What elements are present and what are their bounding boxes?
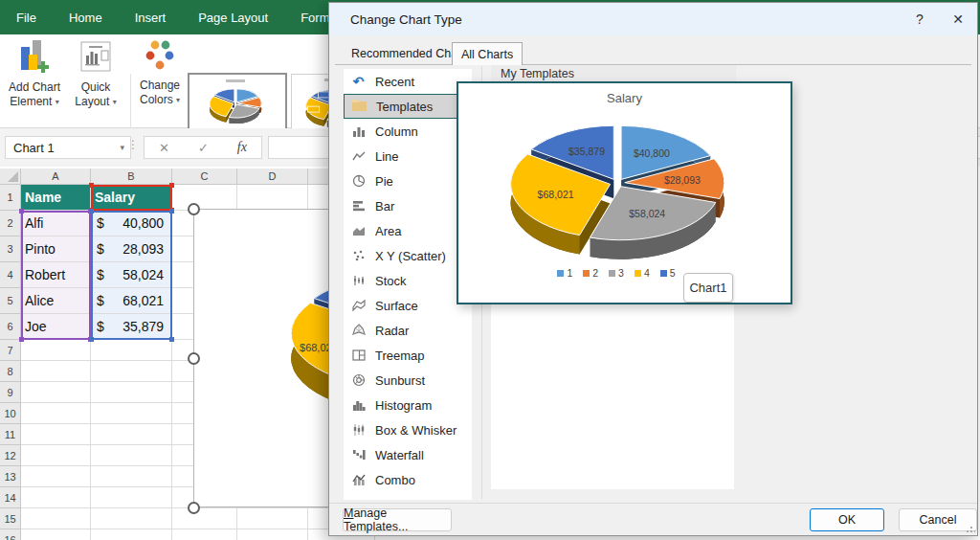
cell-name[interactable]: Alice (21, 288, 91, 314)
column-header-D[interactable]: D (237, 169, 308, 185)
chart-type-surface[interactable]: Surface (344, 293, 470, 318)
cell-name[interactable]: Joe (21, 314, 91, 340)
name-box[interactable]: Chart 1 ▾ (5, 136, 131, 159)
cell-salary[interactable]: $35,879 (91, 314, 172, 340)
cell[interactable] (21, 382, 91, 403)
cancel-entry-icon[interactable]: ✕ (159, 141, 169, 155)
chart-type-pie[interactable]: Pie (344, 169, 470, 193)
row-header-1[interactable]: 1 (0, 185, 21, 211)
cell[interactable] (91, 340, 172, 361)
cell[interactable] (91, 508, 172, 529)
ok-button[interactable]: OK (810, 508, 884, 531)
chart-type-waterfall[interactable]: Waterfall (344, 442, 470, 467)
column-header-A[interactable]: A (21, 169, 91, 185)
cell[interactable] (91, 403, 172, 424)
cell-name[interactable]: Robert (21, 262, 91, 288)
chart-type-sunburst[interactable]: Sunburst (344, 368, 470, 393)
cell[interactable] (91, 445, 172, 466)
row-header-2[interactable]: 2 (0, 211, 21, 236)
chart-type-stock[interactable]: Stock (344, 268, 470, 293)
cell[interactable] (237, 508, 308, 529)
quick-layout-button[interactable]: Quick Layout ▾ (65, 38, 126, 109)
resize-grip[interactable] (966, 524, 975, 533)
chart-type-bar[interactable]: Bar (344, 193, 470, 218)
row-header-10[interactable]: 10 (0, 403, 21, 424)
chart-type-label: X Y (Scatter) (375, 249, 446, 263)
cell[interactable] (91, 361, 172, 382)
add-chart-element-button[interactable]: Add Chart Element ▾ (4, 38, 65, 109)
cell-salary[interactable]: $28,093 (91, 236, 172, 262)
cell[interactable] (237, 529, 308, 540)
cell[interactable] (21, 424, 91, 445)
chart-type-radar[interactable]: Radar (344, 318, 470, 343)
chart-type-templates[interactable]: Templates (344, 94, 471, 119)
row-header-5[interactable]: 5 (0, 288, 21, 314)
chart-type-area[interactable]: Area (344, 218, 470, 243)
ribbon-tab-home[interactable]: Home (53, 0, 119, 34)
close-icon[interactable]: ✕ (939, 3, 977, 35)
cell[interactable] (21, 529, 91, 540)
manage-templates-button[interactable]: Manage Templates... (343, 508, 452, 531)
chart-type-line[interactable]: Line (344, 144, 470, 169)
cell[interactable] (91, 466, 172, 487)
chart-resize-handle[interactable] (188, 352, 200, 365)
pie-icon (350, 174, 367, 189)
cell[interactable] (172, 185, 237, 211)
cell[interactable] (21, 487, 91, 508)
row-header-6[interactable]: 6 (0, 314, 21, 340)
row-header-3[interactable]: 3 (0, 236, 21, 262)
row-header-9[interactable]: 9 (0, 382, 21, 403)
ribbon-tab-file[interactable]: File (0, 0, 53, 34)
row-header-12[interactable]: 12 (0, 445, 21, 466)
chart-type-combo[interactable]: Combo (344, 467, 470, 492)
cell[interactable] (91, 529, 172, 540)
chart-type-treemap[interactable]: Treemap (344, 343, 470, 368)
cell[interactable] (21, 403, 91, 424)
cell[interactable] (237, 185, 308, 211)
chart-type-recent[interactable]: ↶Recent (344, 69, 470, 94)
row-header-11[interactable]: 11 (0, 424, 21, 445)
insert-function-icon[interactable]: fx (237, 140, 247, 155)
chart-type-column[interactable]: Column (344, 119, 470, 144)
cell[interactable] (21, 340, 91, 361)
cell[interactable] (172, 508, 237, 529)
cell-name[interactable]: Pinto (21, 236, 91, 262)
chart-resize-handle[interactable] (188, 203, 200, 215)
cell[interactable] (21, 508, 91, 529)
ribbon-tab-page-layout[interactable]: Page Layout (182, 0, 284, 34)
row-header-15[interactable]: 15 (0, 508, 21, 529)
row-header-13[interactable]: 13 (0, 466, 21, 487)
cell[interactable] (91, 382, 172, 403)
cell[interactable] (91, 424, 172, 445)
chart-resize-handle[interactable] (188, 502, 200, 514)
column-header-B[interactable]: B (91, 169, 172, 185)
chart-type-histogram[interactable]: Histogram (344, 393, 470, 417)
confirm-entry-icon[interactable]: ✓ (198, 141, 209, 155)
cell[interactable] (172, 529, 237, 540)
cell-header-name[interactable]: Name (21, 185, 91, 211)
cell[interactable] (21, 361, 91, 382)
cell-salary[interactable]: $40,800 (91, 211, 172, 236)
chart-type-x-y-scatter-[interactable]: X Y (Scatter) (344, 243, 470, 268)
help-button[interactable]: ? (901, 3, 939, 35)
column-header-C[interactable]: C (172, 169, 237, 185)
cell-name[interactable]: Alfi (21, 211, 91, 236)
tab-all-charts[interactable]: All Charts (452, 42, 523, 65)
row-header-7[interactable]: 7 (0, 340, 21, 361)
row-header-14[interactable]: 14 (0, 487, 21, 508)
chart-type-box-whisker[interactable]: Box & Whisker (344, 417, 470, 442)
row-header-16[interactable]: 16 (0, 529, 21, 540)
embedded-chart-object[interactable]: $40,800$28,093$58,024$68,021$35,879 (193, 209, 333, 507)
change-colors-button[interactable]: Change Colors ▾ (132, 38, 188, 107)
cell-salary[interactable]: $68,021 (91, 288, 172, 314)
cell[interactable] (21, 445, 91, 466)
row-header-4[interactable]: 4 (0, 262, 21, 288)
cell[interactable] (91, 487, 172, 508)
svg-text:$28,093: $28,093 (664, 174, 701, 186)
ribbon-tab-insert[interactable]: Insert (119, 0, 183, 34)
select-all-corner[interactable] (0, 169, 21, 185)
row-header-8[interactable]: 8 (0, 361, 21, 382)
cell[interactable] (21, 466, 91, 487)
cell-header-salary[interactable]: Salary (91, 185, 172, 211)
cell-salary[interactable]: $58,024 (91, 262, 172, 288)
